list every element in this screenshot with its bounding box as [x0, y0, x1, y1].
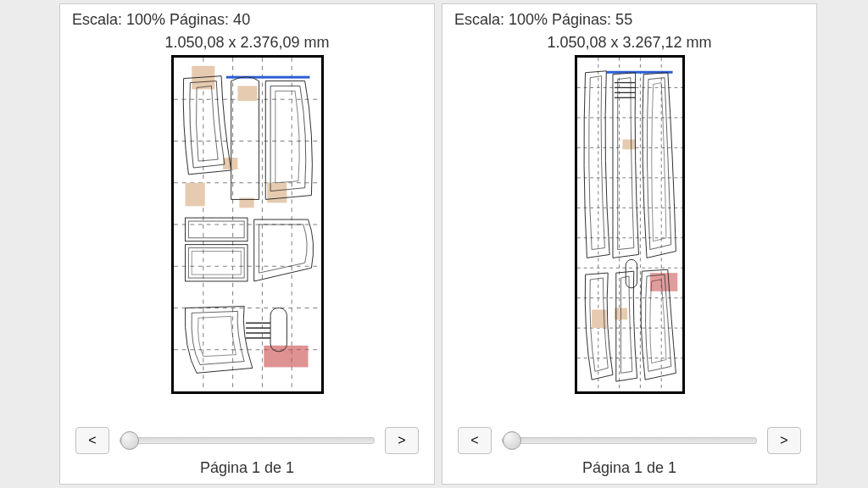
dimensions-label: 1.050,08 x 3.267,12 mm — [453, 34, 806, 55]
canvas-wrap — [70, 55, 424, 419]
svg-rect-20 — [188, 221, 244, 238]
svg-rect-21 — [185, 245, 247, 281]
page-number-label: Página 1 de 1 — [453, 458, 806, 477]
svg-rect-18 — [264, 346, 308, 368]
dimensions-label: 1.050,08 x 2.376,09 mm — [70, 34, 424, 55]
svg-rect-52 — [626, 259, 637, 287]
svg-rect-23 — [192, 252, 241, 275]
scale-pages-label: Escala: 100% Páginas: 40 — [70, 9, 424, 34]
prev-page-button[interactable]: < — [458, 427, 492, 454]
svg-rect-24 — [270, 308, 287, 352]
next-page-button[interactable]: > — [385, 427, 419, 454]
prev-page-button[interactable]: < — [75, 427, 109, 454]
canvas-wrap — [453, 55, 806, 419]
svg-rect-44 — [622, 140, 635, 150]
preview-panel-left: Escala: 100% Páginas: 40 1.050,08 x 2.37… — [59, 3, 435, 485]
svg-rect-13 — [237, 86, 257, 101]
pattern-canvas-left[interactable] — [171, 55, 324, 394]
pattern-canvas-right[interactable] — [575, 55, 685, 394]
scale-pages-label: Escala: 100% Páginas: 55 — [453, 9, 806, 34]
next-page-button[interactable]: > — [767, 427, 801, 454]
nav-row: < > — [453, 419, 806, 458]
page-slider[interactable] — [120, 437, 375, 444]
workspace: Escala: 100% Páginas: 40 1.050,08 x 2.37… — [0, 0, 868, 488]
nav-row: < > — [70, 419, 424, 458]
preview-panel-right: Escala: 100% Páginas: 55 1.050,08 x 3.26… — [442, 3, 817, 485]
svg-rect-22 — [188, 248, 244, 278]
page-number-label: Página 1 de 1 — [70, 458, 424, 477]
svg-rect-14 — [185, 183, 204, 207]
page-slider[interactable] — [502, 437, 757, 444]
